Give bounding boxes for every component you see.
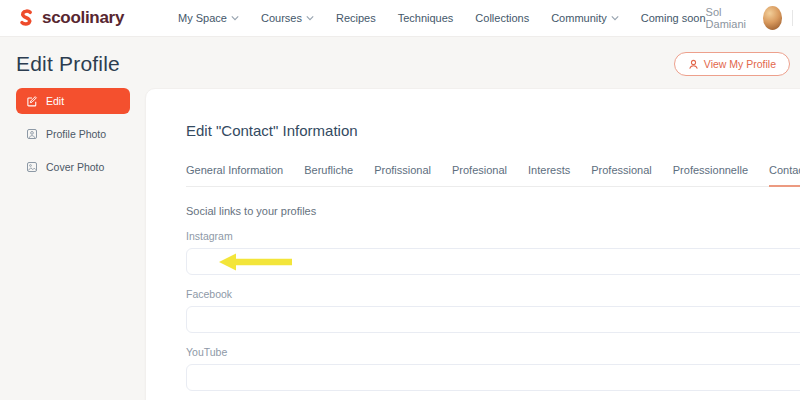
nav-item-community[interactable]: Community [551,12,619,24]
nav-label: Coming soon [641,12,706,24]
nav-item-collections[interactable]: Collections [475,12,529,24]
facebook-field-wrap [186,306,800,333]
brand-logo[interactable]: scoolinary [16,8,124,28]
sidebar-item-edit[interactable]: Edit [16,88,130,114]
youtube-input[interactable] [186,364,800,391]
view-my-profile-button[interactable]: View My Profile [674,52,790,76]
tab-profesional[interactable]: Profesional [452,164,507,187]
nav-label: Courses [261,12,302,24]
content: Edit Profile Photo Cover Photo Edit "Con… [0,88,800,400]
page-title: Edit Profile [16,52,120,76]
tab-professional[interactable]: Professional [591,164,652,187]
brand-name: scoolinary [42,8,124,28]
profile-photo-icon [26,128,38,140]
instagram-input[interactable] [186,248,800,275]
nav-item-coming-soon[interactable]: Coming soon [641,12,706,24]
nav-label: Collections [475,12,529,24]
sidebar-item-profile-photo[interactable]: Profile Photo [16,121,130,147]
sidebar-item-label: Edit [46,95,64,107]
sidebar-item-cover-photo[interactable]: Cover Photo [16,154,130,180]
user-area: Sol Damiani [706,6,800,30]
sidebar: Edit Profile Photo Cover Photo [16,88,130,187]
edit-contact-card: Edit "Contact" Information General Infor… [145,88,800,400]
sidebar-item-label: Cover Photo [46,161,104,173]
chevron-down-icon [231,14,239,22]
tabs-bar: General Information Berufliche Profissio… [186,164,800,187]
tab-interests[interactable]: Interests [528,164,570,187]
divider [792,10,793,26]
nav-item-recipes[interactable]: Recipes [336,12,376,24]
user-avatar[interactable] [763,6,782,30]
nav-item-techniques[interactable]: Techniques [398,12,454,24]
edit-pencil-icon [26,95,38,107]
youtube-field-wrap [186,364,800,391]
view-my-profile-label: View My Profile [704,58,776,70]
nav-item-my-space[interactable]: My Space [178,12,239,24]
sidebar-item-label: Profile Photo [46,128,106,140]
instagram-field-wrap [186,248,800,275]
facebook-input[interactable] [186,306,800,333]
social-links-section-label: Social links to your profiles [186,205,800,217]
nav-label: My Space [178,12,227,24]
tab-berufliche[interactable]: Berufliche [304,164,353,187]
top-navbar: scoolinary My Space Courses Recipes Tech… [0,0,800,37]
page-header: Edit Profile View My Profile [0,37,800,88]
nav-item-courses[interactable]: Courses [261,12,314,24]
instagram-label: Instagram [186,230,800,242]
user-name: Sol Damiani [706,6,754,30]
nav-label: Recipes [336,12,376,24]
chevron-down-icon [306,14,314,22]
facebook-label: Facebook [186,288,800,300]
nav-label: Community [551,12,607,24]
tab-profissional[interactable]: Profissional [374,164,431,187]
chevron-down-icon [611,14,619,22]
tab-general-information[interactable]: General Information [186,164,283,187]
youtube-label: YouTube [186,346,800,358]
brand-s-icon [16,8,36,28]
main-nav: My Space Courses Recipes Techniques Coll… [178,12,706,24]
cover-photo-icon [26,161,38,173]
card-heading: Edit "Contact" Information [186,122,800,139]
tab-contact[interactable]: Contact [769,164,800,187]
nav-label: Techniques [398,12,454,24]
tab-professionnelle[interactable]: Professionnelle [673,164,748,187]
person-icon [688,59,699,70]
